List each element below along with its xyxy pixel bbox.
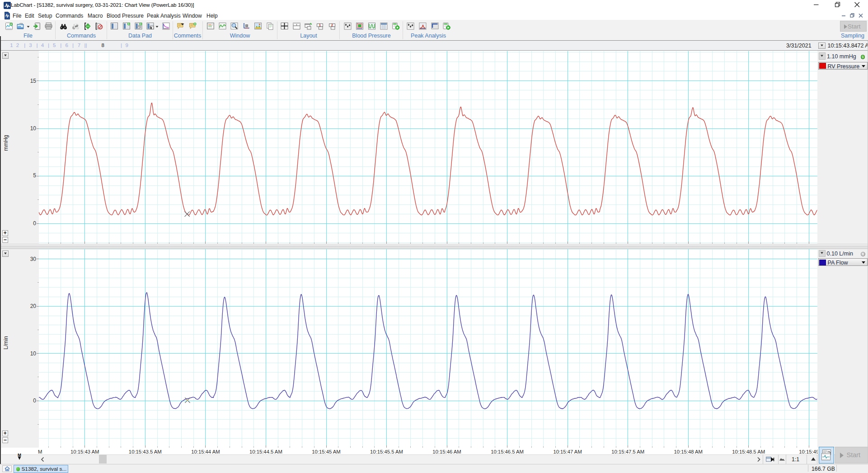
svg-text:M: M	[18, 452, 21, 457]
svg-text:2: 2	[331, 23, 333, 27]
svg-text:1: 1	[319, 23, 321, 27]
